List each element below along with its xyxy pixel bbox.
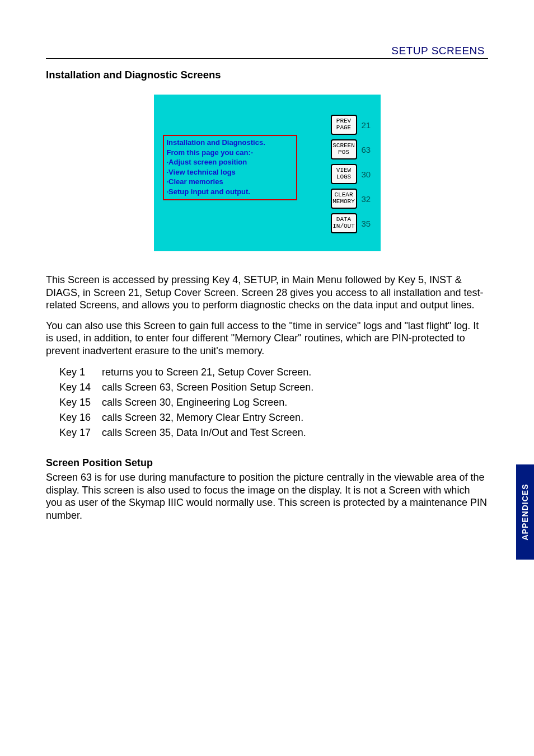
key-desc: calls Screen 63, Screen Position Setup S… [102,380,313,395]
body-paragraph: Screen 63 is for use during manufacture … [46,471,488,522]
screen-number: 21 [362,120,374,130]
key-row: Key 1 returns you to Screen 21, Setup Co… [59,365,488,380]
device-frame: Installation and Diagnostics. From this … [154,95,381,251]
header-rule [46,58,488,59]
body-paragraph: You can also use this Screen to gain ful… [46,320,488,358]
soft-button-column: PREV PAGE 21 SCREEN POS 63 VIEW LOGS [331,115,374,233]
key-label: Key 14 [59,380,96,395]
key-desc: calls Screen 32, Memory Clear Entry Scre… [102,410,303,425]
key-label: Key 16 [59,410,96,425]
screen-pos-button[interactable]: SCREEN POS [331,139,357,159]
button-label-line: LOGS [336,174,351,181]
page-header-right: SETUP SCREENS [46,45,488,57]
view-logs-button[interactable]: VIEW LOGS [331,164,357,184]
body-paragraph: This Screen is accessed by pressing Key … [46,274,488,312]
info-box: Installation and Diagnostics. From this … [163,135,297,200]
sub-heading: Screen Position Setup [46,457,488,469]
side-tab-label: APPENDICES [521,483,530,540]
key-desc: returns you to Screen 21, Setup Cover Sc… [102,365,311,380]
button-label-line: PAGE [336,125,351,132]
soft-button-row: SCREEN POS 63 [331,139,374,159]
key-row: Key 17 calls Screen 35, Data In/Out and … [59,425,488,440]
screen-number: 32 [362,194,374,204]
info-line: ·View technical logs [167,167,293,177]
button-label-line: MEMORY [332,199,355,205]
key-label: Key 15 [59,395,96,410]
appendices-side-tab: APPENDICES [516,464,534,560]
key-list: Key 1 returns you to Screen 21, Setup Co… [59,365,488,440]
section-heading: Installation and Diagnostic Screens [46,69,488,81]
key-label: Key 17 [59,425,96,440]
button-label-line: IN/OUT [332,223,355,230]
prev-page-button[interactable]: PREV PAGE [331,115,357,135]
soft-button-row: DATA IN/OUT 35 [331,213,374,233]
key-row: Key 16 calls Screen 32, Memory Clear Ent… [59,410,488,425]
clear-memory-button[interactable]: CLEAR MEMORY [331,189,357,209]
soft-button-row: PREV PAGE 21 [331,115,374,135]
key-desc: calls Screen 35, Data In/Out and Test Sc… [102,425,306,440]
screen-number: 35 [362,219,374,228]
key-desc: calls Screen 30, Engineering Log Screen. [102,395,287,410]
key-row: Key 14 calls Screen 63, Screen Position … [59,380,488,395]
info-line: From this page you can:- [167,148,293,158]
key-label: Key 1 [59,365,96,380]
screen-number: 63 [362,145,374,154]
info-line: ·Adjust screen position [167,157,293,167]
data-in-out-button[interactable]: DATA IN/OUT [331,213,357,233]
button-label-line: POS [338,149,349,156]
info-line: ·Clear memories [167,177,293,187]
device-screenshot: Installation and Diagnostics. From this … [154,95,381,251]
screen-number: 30 [362,170,374,179]
key-row: Key 15 calls Screen 30, Engineering Log … [59,395,488,410]
soft-button-row: CLEAR MEMORY 32 [331,189,374,209]
soft-button-row: VIEW LOGS 30 [331,164,374,184]
info-line: Installation and Diagnostics. [167,138,293,148]
info-line: ·Setup input and output. [167,187,293,197]
